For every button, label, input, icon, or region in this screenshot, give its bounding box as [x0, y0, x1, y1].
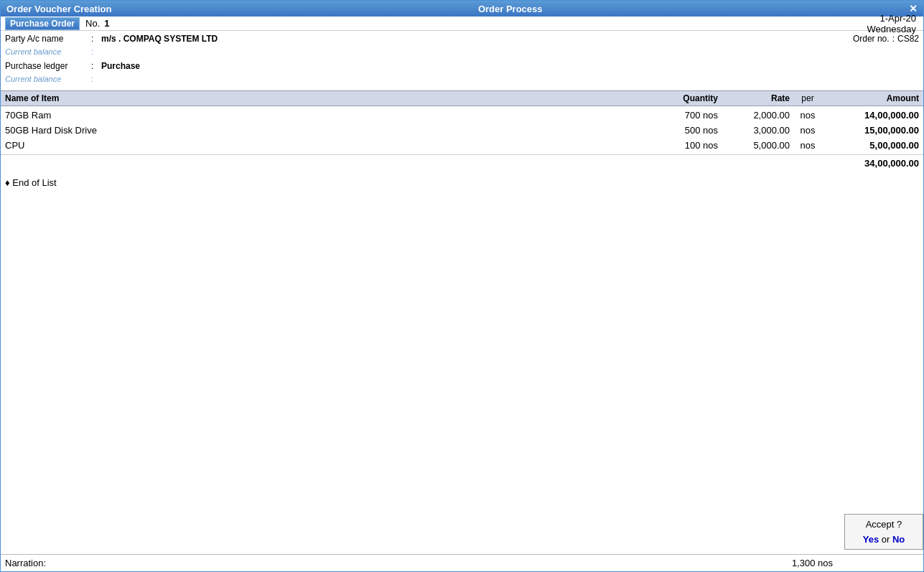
item-rate-3: 5,000.00: [718, 140, 790, 151]
narration-label: Narration:: [5, 558, 46, 568]
party-ac-value: m/s . COMPAQ SYSTEM LTD: [101, 34, 218, 44]
item-amount-3: 5,00,000.00: [826, 140, 919, 151]
party-ac-colon: :: [91, 34, 101, 44]
accept-options: Yes or No: [852, 534, 915, 545]
purchase-ledger-label: Purchase ledger: [5, 61, 91, 71]
party-ac-label: Party A/c name: [5, 34, 91, 44]
col-header-quantity: Quantity: [632, 93, 718, 103]
col-header-per: per: [790, 93, 826, 103]
narration-value: 1,300 nos: [792, 558, 833, 568]
item-amount-1: 14,00,000.00: [826, 110, 919, 121]
item-per-2: nos: [790, 125, 826, 136]
header-area: Party A/c name : m/s . COMPAQ SYSTEM LTD…: [1, 31, 923, 88]
item-amount-2: 15,00,000.00: [826, 125, 919, 136]
table-row: CPU 100 nos 5,000.00 nos 5,00,000.00: [5, 138, 919, 153]
current-balance-label-2: Current balance: [5, 75, 91, 83]
order-number: 1: [104, 18, 109, 29]
col-header-name: Name of Item: [5, 93, 632, 103]
table-header: Name of Item Quantity Rate per Amount: [1, 90, 923, 106]
title-center: Order Process: [478, 4, 543, 14]
accept-no-button[interactable]: No: [892, 534, 905, 545]
item-quantity-2: 500 nos: [632, 125, 718, 136]
items-area: 70GB Ram 700 nos 2,000.00 nos 14,00,000.…: [1, 106, 923, 154]
item-name-3: CPU: [5, 140, 632, 151]
item-per-1: nos: [790, 110, 826, 121]
purchase-ledger-value: Purchase: [101, 61, 140, 71]
party-ac-row: Party A/c name : m/s . COMPAQ SYSTEM LTD: [5, 34, 919, 47]
item-quantity-3: 100 nos: [632, 140, 718, 151]
order-no-colon: :: [892, 34, 895, 44]
order-no-label: Order no.: [853, 34, 890, 44]
accept-dialog: Accept ? Yes or No: [844, 514, 923, 550]
title-left: Order Voucher Creation: [6, 4, 111, 14]
current-balance-row-1: Current balance :: [5, 47, 919, 60]
order-date: 1-Apr-20: [867, 13, 916, 24]
purchase-ledger-colon: :: [91, 61, 101, 71]
current-balance-colon-1: :: [91, 47, 101, 56]
item-per-3: nos: [790, 140, 826, 151]
total-row: 34,00,000.00: [1, 154, 923, 172]
item-quantity-1: 700 nos: [632, 110, 718, 121]
item-name-2: 50GB Hard Disk Drive: [5, 125, 632, 136]
order-no-value: CS82: [897, 34, 919, 44]
table-row: 70GB Ram 700 nos 2,000.00 nos 14,00,000.…: [5, 108, 919, 123]
col-header-amount: Amount: [826, 93, 919, 103]
bottom-area: Accept ? Yes or No Narration: 1,300 nos: [1, 554, 923, 571]
item-rate-1: 2,000.00: [718, 110, 790, 121]
title-bar: Order Voucher Creation Order Process ✕: [1, 1, 923, 17]
accept-title: Accept ?: [852, 519, 915, 530]
narration-bar: Narration: 1,300 nos: [1, 554, 923, 571]
purchase-ledger-row: Purchase ledger : Purchase: [5, 61, 919, 74]
accept-yes-button[interactable]: Yes: [863, 534, 879, 545]
main-window: Order Voucher Creation Order Process ✕ P…: [0, 0, 924, 572]
accept-or: or: [882, 534, 890, 545]
table-row: 50GB Hard Disk Drive 500 nos 3,000.00 no…: [5, 123, 919, 138]
end-of-list-text: ♦ End of List: [5, 177, 57, 188]
purchase-order-label: Purchase Order: [5, 17, 80, 30]
item-name-1: 70GB Ram: [5, 110, 632, 121]
current-balance-label-1: Current balance: [5, 47, 91, 56]
total-amount: 34,00,000.00: [826, 158, 919, 169]
item-rate-2: 3,000.00: [718, 125, 790, 136]
no-label: No.: [85, 18, 100, 29]
end-of-list: ♦ End of List: [1, 172, 923, 194]
current-balance-row-2: Current balance :: [5, 75, 919, 88]
current-balance-colon-2: :: [91, 75, 101, 83]
order-no-section: Order no. : CS82: [853, 34, 919, 44]
col-header-rate: Rate: [718, 93, 790, 103]
